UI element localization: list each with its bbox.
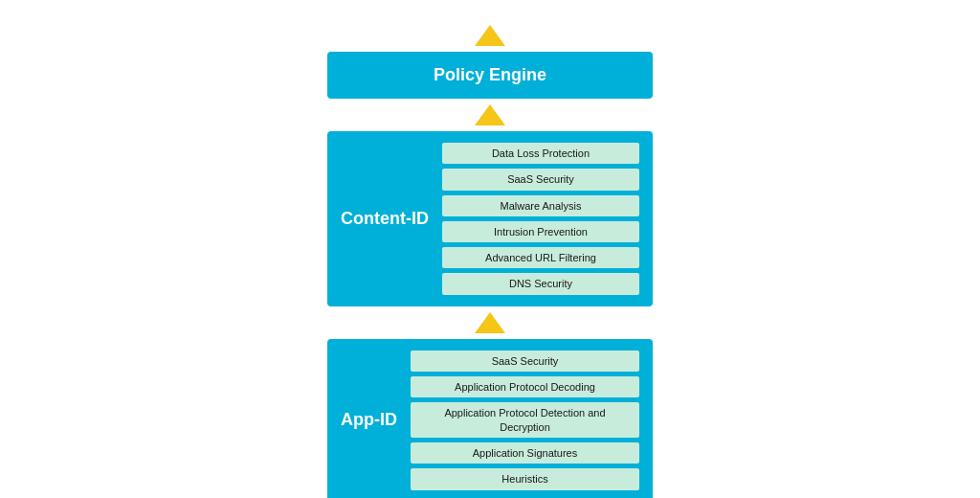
app-id-label: App-ID bbox=[341, 410, 411, 430]
sub-item-app-protocol-decoding: Application Protocol Decoding bbox=[411, 376, 639, 397]
content-id-block: Content-ID Data Loss Protection SaaS Sec… bbox=[327, 131, 653, 306]
sub-item-heuristics: Heuristics bbox=[411, 468, 639, 489]
sub-item-malware: Malware Analysis bbox=[442, 195, 639, 216]
app-id-sub-items: SaaS Security Application Protocol Decod… bbox=[411, 351, 639, 490]
sub-item-app-signatures: Application Signatures bbox=[411, 442, 639, 464]
sub-item-app-protocol-detection: Application Protocol Detection and Decry… bbox=[411, 402, 639, 438]
top-arrow bbox=[475, 25, 505, 46]
sub-item-dlp: Data Loss Protection bbox=[442, 143, 639, 164]
policy-engine-block: Policy Engine bbox=[327, 52, 653, 99]
policy-engine-label: Policy Engine bbox=[434, 65, 546, 85]
sub-item-url-filtering: Advanced URL Filtering bbox=[442, 247, 639, 268]
sub-item-intrusion: Intrusion Prevention bbox=[442, 221, 639, 242]
app-id-block: App-ID SaaS Security Application Protoco… bbox=[327, 339, 653, 498]
architecture-diagram: Policy Engine Content-ID Data Loss Prote… bbox=[327, 19, 653, 498]
content-id-label: Content-ID bbox=[341, 209, 442, 229]
arrow-3 bbox=[475, 312, 505, 333]
sub-item-dns-security: DNS Security bbox=[442, 273, 639, 294]
content-id-sub-items: Data Loss Protection SaaS Security Malwa… bbox=[442, 143, 639, 295]
sub-item-saas: SaaS Security bbox=[411, 351, 639, 372]
sub-item-saas-security: SaaS Security bbox=[442, 169, 639, 190]
arrow-2 bbox=[475, 104, 505, 125]
